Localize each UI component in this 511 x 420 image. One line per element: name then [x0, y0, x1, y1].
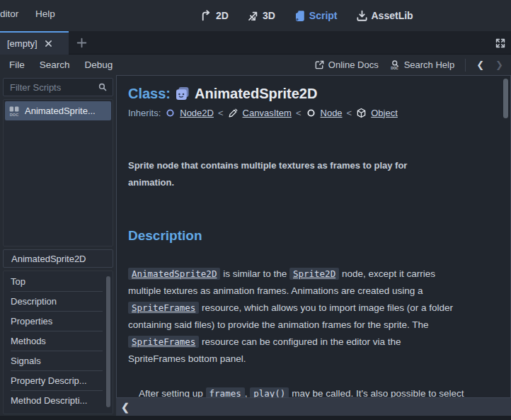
distraction-free-mode-icon[interactable] [495, 38, 506, 49]
code-reference-link[interactable]: SpriteFrames [128, 302, 199, 314]
script-list: DOC AnimatedSprite... [3, 99, 113, 246]
workspace-3d-label: 3D [263, 10, 275, 21]
workspace-3d-button[interactable]: 3D [247, 10, 275, 22]
code-reference-link[interactable]: Sprite2D [289, 268, 339, 280]
description-paragraph-2: After setting up frames, play() may be c… [128, 385, 499, 398]
svg-text:DOC: DOC [10, 112, 18, 116]
assetlib-download-icon [356, 10, 368, 22]
class-reference-panel: Class: AnimatedSprite2D [116, 75, 511, 398]
inherits-separator: < [296, 108, 302, 118]
script-tab-strip: [empty] [0, 31, 511, 55]
godot-editor-window: Editor Help 2D 3D [0, 0, 511, 420]
search-help-label: Search Help [404, 59, 455, 70]
script-list-item-animatedsprite2d[interactable]: DOC AnimatedSprite... [5, 101, 111, 120]
workspace-assetlib-label: AssetLib [372, 10, 413, 21]
new-script-button[interactable] [76, 37, 88, 49]
node-icon [306, 108, 316, 118]
object-cube-icon [356, 108, 367, 118]
script-editor-menu-row: File Search Debug Online Docs DOC Search… [0, 55, 511, 75]
member-item-description[interactable]: Description [4, 292, 113, 311]
member-filter-input[interactable] [10, 253, 106, 265]
menu-editor[interactable]: Editor [0, 8, 18, 19]
inherits-label: Inherits: [128, 108, 161, 118]
class-heading: Class: AnimatedSprite2D [128, 83, 499, 104]
online-docs-label: Online Docs [328, 59, 379, 70]
workspace-script-button[interactable]: Script [294, 10, 338, 22]
class-label: Class: [128, 86, 171, 102]
code-reference-link[interactable]: play() [250, 387, 289, 398]
member-list-scrollbar[interactable] [106, 276, 110, 407]
code-reference-link[interactable]: AnimatedSprite2D [128, 268, 220, 280]
workspace-switcher: 2D 3D Script [200, 0, 413, 31]
description-heading: Description [128, 228, 499, 246]
inherits-separator: < [347, 108, 352, 118]
search-help-button[interactable]: DOC Search Help [384, 59, 461, 70]
inherits-link-object[interactable]: Object [371, 108, 398, 118]
inherits-link-node2d[interactable]: Node2D [180, 108, 214, 118]
tab-label: [empty] [7, 38, 38, 49]
member-item-property-descrip[interactable]: Property Descrip... [4, 371, 113, 390]
inherits-row: Inherits: Node2D < CanvasItem < [128, 106, 499, 119]
member-item-properties[interactable]: Properties [4, 312, 113, 331]
member-filter-field[interactable] [3, 249, 113, 268]
menu-help[interactable]: Help [35, 8, 55, 19]
online-docs-button[interactable]: Online Docs [309, 59, 384, 70]
doc-scrollbar[interactable] [503, 79, 508, 118]
node2d-icon [165, 108, 176, 118]
menu-file[interactable]: File [9, 59, 25, 70]
main-area: DOC AnimatedSprite... TopDescriptionProp… [0, 75, 511, 416]
canvasitem-icon [228, 108, 239, 118]
window-bottom-edge [0, 416, 511, 420]
history-forward-button[interactable]: ❯ [490, 59, 509, 70]
class-doc-icon: DOC [8, 106, 20, 117]
description-paragraph-1: AnimatedSprite2D is similar to the Sprit… [128, 266, 499, 368]
doc-column: Class: AnimatedSprite2D [116, 75, 511, 416]
code-reference-link[interactable]: frames [206, 387, 245, 398]
scripts-panel: DOC AnimatedSprite... TopDescriptionProp… [0, 75, 116, 416]
workspace-script-label: Script [309, 10, 338, 21]
top-menu-bar: Editor Help 2D 3D [0, 0, 511, 31]
inherits-link-node[interactable]: Node [321, 108, 343, 118]
member-item-top[interactable]: Top [4, 272, 113, 291]
2d-workspace-icon [200, 10, 212, 22]
toolbar-separator [465, 59, 466, 72]
inherits-separator: < [218, 108, 224, 118]
script-list-item-label: AnimatedSprite... [25, 106, 96, 116]
svg-text:DOC: DOC [391, 67, 398, 70]
workspace-assetlib-button[interactable]: AssetLib [356, 10, 413, 22]
workspace-2d-button[interactable]: 2D [200, 10, 229, 22]
member-item-signals[interactable]: Signals [4, 351, 113, 370]
animatedsprite2d-class-icon [176, 86, 190, 101]
tab-close-icon[interactable] [44, 39, 53, 48]
inherits-link-canvasitem[interactable]: CanvasItem [243, 108, 292, 118]
member-item-method-descripti[interactable]: Method Descripti... [4, 391, 113, 410]
member-item-methods[interactable]: Methods [4, 331, 113, 351]
history-back-button[interactable]: ❮ [471, 59, 490, 70]
workspace-2d-label: 2D [216, 10, 229, 21]
code-reference-link[interactable]: SpriteFrames [128, 336, 199, 348]
brief-description: Sprite node that contains multiple textu… [128, 157, 499, 191]
script-workspace-icon [294, 10, 306, 22]
class-name: AnimatedSprite2D [195, 86, 317, 102]
menu-debug[interactable]: Debug [85, 59, 113, 70]
member-list: TopDescriptionPropertiesMethodsSignalsPr… [3, 271, 113, 414]
3d-workspace-icon [247, 10, 259, 22]
menu-search[interactable]: Search [40, 59, 70, 70]
collapse-panel-button[interactable]: ❮ [121, 402, 130, 413]
external-link-icon [314, 59, 325, 70]
filter-scripts-field[interactable] [3, 78, 113, 96]
search-help-icon: DOC [390, 59, 401, 70]
tab-empty[interactable]: [empty] [0, 31, 69, 55]
filter-scripts-input[interactable] [8, 81, 98, 93]
bottom-panel-bar: ❮ [116, 398, 511, 416]
search-icon [98, 82, 108, 92]
